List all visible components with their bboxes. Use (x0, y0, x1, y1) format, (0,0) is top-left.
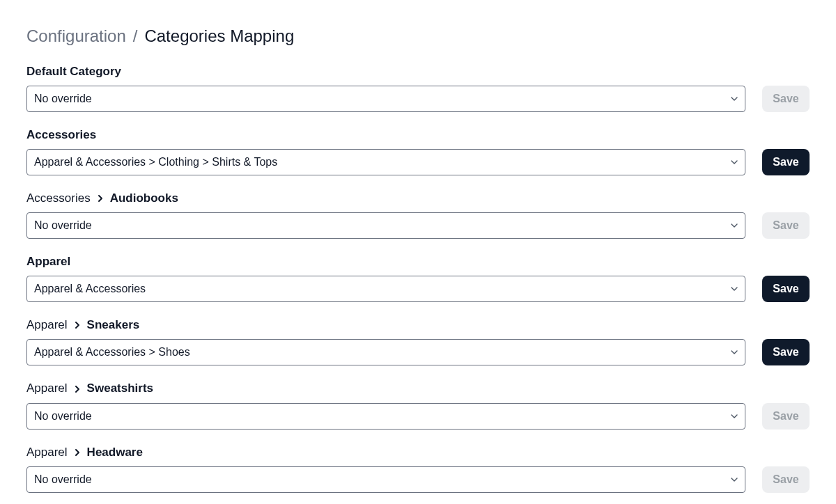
mapping-label: Apparel Sneakers (26, 317, 810, 333)
mapping-label-tail: Audiobooks (110, 191, 178, 206)
save-button[interactable]: Save (762, 276, 810, 302)
breadcrumb: Configuration / Categories Mapping (26, 26, 810, 46)
select-wrap: Apparel & Accessories > Shoes (26, 339, 745, 365)
mapping-row-apparel-sneakers: Apparel Sneakers Apparel & Accessories >… (26, 317, 810, 365)
mapping-label-tail: Sweatshirts (87, 381, 153, 396)
save-button[interactable]: Save (762, 149, 810, 175)
mapping-label-trail: Apparel (26, 445, 68, 460)
mapping-row-accessories-audiobooks: Accessories Audiobooks No override Save (26, 191, 810, 239)
select-wrap: No override (26, 212, 745, 239)
select-wrap: No override (26, 86, 745, 112)
row-controls: No override Save (26, 403, 810, 430)
row-controls: Apparel & Accessories > Shoes Save (26, 339, 810, 365)
select-wrap: Apparel & Accessories (26, 276, 745, 302)
chevron-right-icon (96, 194, 104, 203)
mapping-label: Apparel (26, 254, 810, 269)
mapping-row-apparel-sweatshirts: Apparel Sweatshirts No override Save (26, 381, 810, 429)
breadcrumb-current: Categories Mapping (144, 26, 294, 46)
mapping-label: Default Category (26, 64, 810, 79)
mapping-label-text: Accessories (26, 127, 96, 143)
chevron-right-icon (73, 385, 82, 393)
mapping-label-text: Apparel (26, 254, 70, 269)
row-controls: No override Save (26, 86, 810, 112)
mapping-label: Accessories (26, 127, 810, 143)
category-select[interactable]: No override (26, 86, 745, 112)
chevron-right-icon (73, 448, 82, 457)
mapping-row-apparel-headware: Apparel Headware No override Save (26, 445, 810, 493)
category-select[interactable]: No override (26, 403, 745, 430)
category-select[interactable]: Apparel & Accessories > Shoes (26, 339, 745, 365)
mapping-label: Accessories Audiobooks (26, 191, 810, 206)
save-button[interactable]: Save (762, 339, 810, 365)
row-controls: Apparel & Accessories Save (26, 276, 810, 302)
category-select[interactable]: Apparel & Accessories > Clothing > Shirt… (26, 149, 745, 175)
mapping-row-default-category: Default Category No override Save (26, 64, 810, 112)
mapping-label-text: Default Category (26, 64, 121, 79)
category-select[interactable]: No override (26, 212, 745, 239)
mapping-label-trail: Accessories (26, 191, 91, 206)
category-select[interactable]: No override (26, 466, 745, 493)
select-wrap: Apparel & Accessories > Clothing > Shirt… (26, 149, 745, 175)
select-wrap: No override (26, 403, 745, 430)
chevron-right-icon (73, 321, 82, 329)
save-button[interactable]: Save (762, 212, 810, 239)
mapping-row-apparel: Apparel Apparel & Accessories Save (26, 254, 810, 302)
row-controls: No override Save (26, 466, 810, 493)
breadcrumb-separator: / (133, 26, 138, 46)
save-button[interactable]: Save (762, 466, 810, 493)
mapping-label: Apparel Sweatshirts (26, 381, 810, 396)
select-wrap: No override (26, 466, 745, 493)
mapping-label-trail: Apparel (26, 317, 68, 333)
category-select[interactable]: Apparel & Accessories (26, 276, 745, 302)
mapping-row-accessories: Accessories Apparel & Accessories > Clot… (26, 127, 810, 175)
save-button[interactable]: Save (762, 403, 810, 430)
mapping-label-tail: Headware (87, 445, 143, 460)
row-controls: Apparel & Accessories > Clothing > Shirt… (26, 149, 810, 175)
mapping-label-tail: Sneakers (87, 317, 140, 333)
mapping-label-trail: Apparel (26, 381, 68, 396)
mapping-label: Apparel Headware (26, 445, 810, 460)
row-controls: No override Save (26, 212, 810, 239)
save-button[interactable]: Save (762, 86, 810, 112)
breadcrumb-parent[interactable]: Configuration (26, 26, 126, 46)
